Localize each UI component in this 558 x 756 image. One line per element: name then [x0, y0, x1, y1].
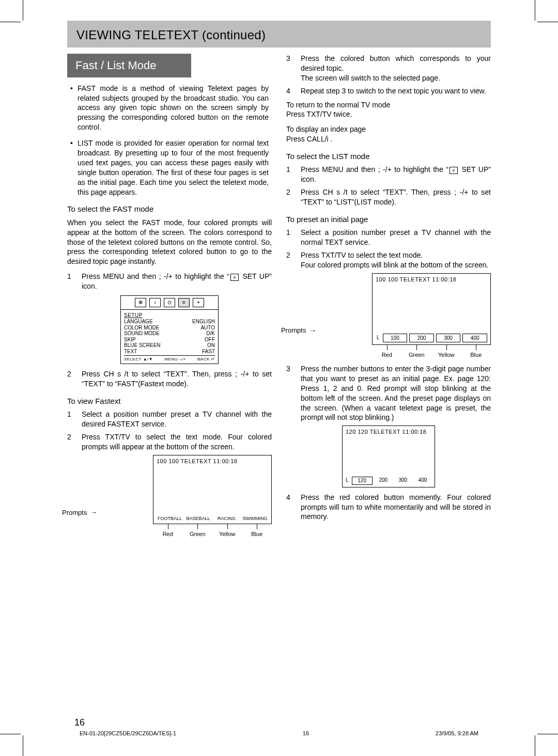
- osd-row: SKIPOFF: [124, 337, 215, 343]
- osd-row: LANGUAGEENGLISH: [124, 319, 215, 325]
- footer-mid: 16: [303, 730, 309, 736]
- return-tv-1: To return to the normal TV mode: [286, 100, 491, 110]
- prompts-label: Prompts: [62, 508, 87, 517]
- crop-mark: [522, 9, 548, 35]
- preset-step-1: 1Select a position number preset a TV ch…: [286, 228, 491, 247]
- arrow-icon: [90, 508, 97, 517]
- teletext-mock-preset: 120 120 TELETEXT 11:00:18 L 120 200 300 …: [286, 426, 491, 487]
- osd-row: BLUE SCREENON: [124, 342, 215, 349]
- left-column: Fast / List Mode FAST mode is a method o…: [67, 54, 272, 543]
- right-column: 3Press the colored button which correspo…: [286, 54, 491, 543]
- section-header: VIEWING TELETEXT (continued): [67, 21, 491, 48]
- bullet-fast: FAST mode is a method of viewing Teletex…: [70, 84, 269, 132]
- osd-tab-icon: ≡: [178, 298, 190, 307]
- arrow-icon: [309, 326, 316, 336]
- prompts-label: Prompts: [281, 326, 306, 335]
- page-title: VIEWING TELETEXT (continued): [76, 28, 482, 42]
- preset-step-4: 4Press the red colored button momently. …: [286, 493, 491, 522]
- osd-row: COLOR MODEAUTO: [124, 325, 215, 331]
- footer-line: EN-01-20[29CZ5DE/29CZ6DA/TES]-1 16 23/9/…: [67, 730, 491, 736]
- subheader-preset: To preset an initial page: [286, 214, 491, 225]
- osd-tab-icon: ✻: [135, 298, 146, 307]
- fast-step-2: 2Press CH s /t to select “TEXT”. Then, p…: [67, 369, 272, 389]
- osd-row: TEXTFAST: [124, 349, 215, 355]
- teletext-header: 100 100 TELETEXT 11:00:18: [153, 455, 271, 467]
- teletext-prompts: L 100 200 300 400: [373, 331, 490, 345]
- right-step-4: 4Repeat step 3 to switch to the next top…: [286, 86, 491, 96]
- preset-step-2: 2Press TXT/TV to select the text mode.Fo…: [286, 250, 491, 270]
- color-labels: Red Green Yellow Blue: [153, 525, 272, 538]
- subheader-list: To select the LIST mode: [286, 151, 491, 162]
- index-1: To display an index page: [286, 124, 491, 134]
- crop-mark: [10, 9, 36, 35]
- footer-right: 23/9/05, 9:28 AM: [436, 730, 478, 736]
- subheader-fast: To select the FAST mode: [67, 204, 272, 214]
- page: VIEWING TELETEXT (continued) Fast / List…: [67, 21, 491, 733]
- subheader-view-fastext: To view Fastext: [67, 396, 272, 406]
- return-tv-2: Press TXT/TV twice.: [286, 109, 491, 119]
- fast-step-1: 1 Press MENU and then ; -/+ to highlight…: [67, 272, 272, 291]
- preset-step-3: 3Press the number buttons to enter the 3…: [286, 364, 491, 422]
- bullet-list: LIST mode is provided for easier operati…: [70, 138, 269, 197]
- teletext-mock-list: Prompts 100 100 TELETEXT 11:00:18 L 100 …: [286, 273, 491, 359]
- footer-left: EN-01-20[29CZ5DE/29CZ6DA/TES]-1: [80, 730, 176, 736]
- osd-setup: ✻ ♪ ⊙ ≡ + SETUP LANGUAGEENGLISH COLOR MO…: [120, 295, 219, 364]
- teletext-header: 120 120 TELETEXT 11:00:18: [343, 426, 435, 438]
- teletext-prompts: FOOTBALL BASEBALL RACING SWIMMING: [153, 513, 271, 524]
- osd-footer: SELECT ▲/▼ MENU –/+ BACK ⏎: [124, 355, 215, 363]
- osd-tabs: ✻ ♪ ⊙ ≡ +: [120, 295, 219, 310]
- teletext-mock-fastext: Prompts 100 100 TELETEXT 11:00:18 FOOTBA…: [67, 455, 272, 538]
- right-step-3: 3Press the colored button which correspo…: [286, 54, 491, 83]
- fast-intro: When you select the FAST mode, four colo…: [67, 218, 272, 266]
- fastext-step-2: 2Press TXT/TV to select the text mode. F…: [67, 432, 272, 452]
- osd-tab-icon: ⊙: [164, 298, 175, 307]
- crop-mark: [10, 721, 36, 747]
- setup-icon: ≡: [450, 167, 458, 174]
- osd-tab-icon: +: [193, 298, 204, 307]
- page-number: 16: [74, 717, 85, 728]
- osd-tab-icon: ♪: [149, 298, 161, 307]
- mode-header: Fast / List Mode: [67, 54, 191, 77]
- osd-row: SOUND MODED/K: [124, 330, 215, 337]
- osd-title: SETUP: [124, 312, 215, 319]
- setup-icon: ≡: [230, 274, 239, 281]
- fastext-step-1: 1Select a position number preset a TV ch…: [67, 410, 272, 429]
- color-labels: Red Green Yellow Blue: [372, 346, 491, 359]
- teletext-header: 100 100 TELETEXT 11:00:18: [373, 274, 490, 286]
- teletext-body: [373, 286, 490, 331]
- index-2: Press CALL/i .: [286, 134, 491, 144]
- list-step-2: 2Press CH s /t to select “TEXT”. Then, p…: [286, 187, 491, 207]
- teletext-body: [343, 438, 435, 474]
- teletext-body: [153, 467, 271, 513]
- fast-step-1-pre: Press MENU and then ; -/+ to highlight t…: [82, 272, 229, 280]
- teletext-prompts: L 120 200 300 400: [343, 474, 435, 487]
- crop-mark: [522, 721, 548, 747]
- list-step-1: 1 Press MENU and then ; -/+ to highlight…: [286, 165, 491, 184]
